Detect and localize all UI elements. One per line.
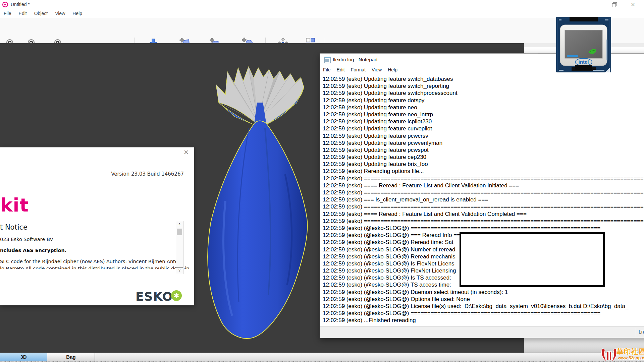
copyright-text: 023 Esko Software BV — [0, 237, 53, 242]
intel-logo: intel — [579, 59, 589, 65]
notepad-status-bar: Ln — [320, 326, 644, 338]
version-text: Version 23.03 Build 1466267 — [111, 171, 184, 177]
log-line: 12:02:59 (esko) ==== Reread : Feature Li… — [323, 210, 644, 218]
log-line: 12:02:59 (esko) ========================… — [323, 218, 644, 225]
menu-item[interactable]: File — [320, 66, 334, 74]
license-text-clipped: lo Barreto All code contained in this di… — [0, 266, 189, 269]
log-line: 12:02:59 (esko) Updating feature cep230 — [323, 154, 644, 161]
log-line: 12:02:59 (esko) Updating feature curvepi… — [323, 125, 644, 132]
esko-logo: ESKO — [136, 290, 173, 303]
log-line: 12:02:59 (esko) Updating feature switchp… — [323, 89, 644, 97]
toolbar: Zoom In Zoom Out Fit in Window Perspecti… — [0, 18, 644, 44]
log-line: 12:02:59 (esko) Updating feature dotspy — [323, 97, 644, 104]
tab-bag[interactable]: Bag — [47, 353, 95, 361]
menu-item[interactable]: Help — [69, 9, 86, 17]
notice-heading: t Notice — [0, 223, 28, 231]
watermark-url: www.52cnp.com — [618, 356, 644, 360]
menu-item[interactable]: Edit — [334, 66, 348, 74]
log-line: 12:02:59 (esko) Updating feature switch_… — [323, 75, 644, 82]
log-line: 12:02:59 (esko) ========================… — [323, 189, 644, 196]
log-line: 12:02:59 (esko) ...Finished rereading — [323, 317, 644, 324]
screen: Untitled * ─ ✕ FileEditObjectViewHelp Zo… — [0, 0, 644, 362]
log-line: 12:02:59 (esko) Updating feature brix_fo… — [323, 161, 644, 168]
watermark-text: 華印社區 — [616, 347, 644, 356]
restore-button[interactable] — [609, 2, 619, 8]
menu-item[interactable]: Format — [348, 66, 369, 74]
log-line: 12:02:59 (esko) (@esko-SLOG@) Daemon sel… — [323, 289, 644, 296]
log-line: 12:02:59 (esko) (@esko-SLOG@) ==========… — [323, 310, 644, 317]
menu-item[interactable]: View — [369, 66, 385, 74]
titlebar: Untitled * ─ ✕ — [0, 0, 644, 9]
license-text: SI C code for the Rijndael cipher (now A… — [0, 259, 184, 264]
menu-item[interactable]: View — [51, 9, 69, 17]
notepad-window: flexlm.log - Notepad FileEditFormatViewH… — [320, 53, 644, 338]
log-line: 12:02:59 (esko) Updating feature pcwveri… — [323, 139, 644, 146]
log-line: 12:02:59 (esko) (@esko-SLOG@) Options fi… — [323, 296, 644, 303]
log-line: 12:02:59 (esko) (@esko-SLOG@) ==========… — [323, 225, 644, 232]
log-line: 12:02:59 (esko) Rereading options file..… — [323, 168, 644, 175]
log-line: 12:02:59 (esko) ==== Reread : Feature Li… — [323, 182, 644, 189]
log-line: 12:02:59 (esko) === Is_client_removal_on… — [323, 196, 644, 203]
close-button[interactable]: ✕ — [628, 2, 638, 8]
app-icon — [2, 2, 8, 7]
scroll-down-icon[interactable]: ∨ — [176, 267, 183, 274]
log-line: 12:02:59 (esko) Updating feature neo_int… — [323, 111, 644, 118]
notepad-icon — [324, 57, 331, 63]
menu-item[interactable]: Object — [31, 9, 51, 17]
log-line: 12:02:59 (esko) Updating feature pcwcrsv — [323, 132, 644, 139]
tab-3d[interactable]: 3D — [0, 353, 47, 361]
menu-bar: FileEditObjectViewHelp — [0, 9, 644, 18]
notepad-text-area[interactable]: 12:02:59 (esko) Updating feature switch_… — [320, 74, 644, 326]
tab-divider — [95, 353, 95, 361]
dialog-scrollbar[interactable]: ∧ ∨ — [176, 221, 184, 274]
log-line: 12:02:59 (esko) Updating feature icpilot… — [323, 118, 644, 125]
intel-module-image: intel — [556, 16, 611, 73]
log-line: 12:02:59 (esko) ========================… — [323, 203, 644, 210]
menu-item[interactable]: File — [0, 9, 15, 17]
bag-3d-model[interactable] — [188, 60, 322, 352]
log-line: 12:02:59 (esko) (@esko-SLOG@) License fi… — [323, 303, 644, 310]
status-line-indicator: Ln — [639, 329, 644, 335]
log-line: 12:02:59 (esko) Updating feature switch_… — [323, 82, 644, 89]
watermark-logo-icon — [600, 348, 618, 362]
menu-item[interactable]: Edit — [15, 9, 31, 17]
watermark: 華印社區 www.52cnp.com — [600, 347, 644, 362]
minimize-button[interactable]: ─ — [590, 2, 600, 8]
esko-star-icon: ✱ — [171, 290, 182, 301]
status-separator — [635, 328, 635, 337]
log-line: 12:02:59 (esko) ========================… — [323, 175, 644, 182]
redaction-box — [460, 232, 605, 287]
window-title: Untitled * — [11, 2, 30, 7]
aes-text: ncludes AES Encryption. — [0, 248, 66, 253]
tab-bar-border — [0, 361, 644, 362]
about-dialog: ✕ Version 23.03 Build 1466267 kit t Noti… — [0, 147, 194, 305]
notepad-title: flexlm.log - Notepad — [333, 57, 377, 62]
log-line: 12:02:59 (esko) Updating feature neo — [323, 104, 644, 111]
scroll-thumb[interactable] — [177, 229, 182, 235]
dialog-close-icon[interactable]: ✕ — [182, 148, 190, 157]
menu-item[interactable]: Help — [385, 66, 400, 74]
log-line: 12:02:59 (esko) Updating feature pcwspot — [323, 146, 644, 154]
product-name: kit — [0, 194, 29, 216]
scroll-up-icon[interactable]: ∧ — [176, 221, 183, 227]
